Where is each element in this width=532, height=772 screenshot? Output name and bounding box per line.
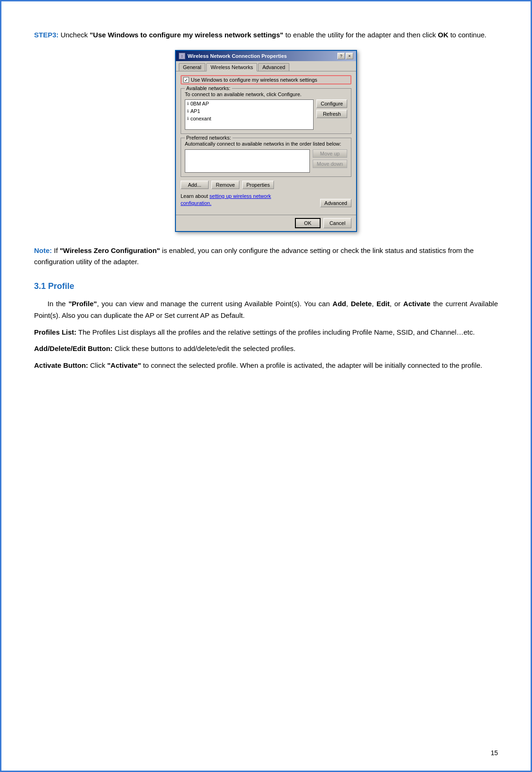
windows-configure-checkbox[interactable]: ✓: [183, 77, 189, 83]
learn-text: Learn about setting up wireless networkc…: [181, 193, 271, 207]
note-bold: "Wireless Zero Configuration": [60, 246, 160, 254]
move-up-button: Move up: [313, 149, 347, 158]
dialog-box: ↕ Wireless Network Connection Properties…: [175, 50, 357, 232]
cancel-button[interactable]: Cancel: [323, 218, 351, 228]
note-label: Note:: [34, 246, 52, 254]
add-bold: Add: [333, 300, 346, 308]
network-icon-2: ℹ: [187, 116, 189, 121]
profiles-list-label: Profiles List:: [34, 328, 77, 336]
network-name-1: AP1: [190, 108, 200, 114]
profiles-list-text: The Profiles List displays all the profi…: [77, 328, 475, 336]
help-button[interactable]: ?: [337, 53, 345, 59]
preferred-networks-group: Preferred networks: Automatically connec…: [181, 138, 351, 177]
advanced-button[interactable]: Advanced: [320, 199, 351, 207]
note-text1: If: [52, 246, 60, 254]
add-delete-edit-text: Click these buttons to add/delete/edit t…: [112, 344, 295, 352]
move-down-button: Move down: [313, 160, 347, 168]
activate-label: Activate Button:: [34, 361, 88, 369]
add-delete-edit-label: Add/Delete/Edit Button:: [34, 344, 112, 352]
step3-ok: OK: [438, 31, 448, 39]
remove-button[interactable]: Remove: [211, 181, 239, 189]
network-list-area: ℹ 0BM AP ℹ AP1 ℹ conexant: [185, 99, 347, 130]
available-networks-group: Available networks: To connect to an ava…: [181, 88, 351, 134]
section-31-add-delete-edit: Add/Delete/Edit Button: Click these butt…: [34, 343, 498, 355]
step3-text-before: Uncheck: [59, 31, 90, 39]
network-name-2: conexant: [190, 116, 211, 121]
titlebar-left: ↕ Wireless Network Connection Properties: [179, 53, 287, 59]
step3-end: to continue.: [448, 31, 487, 39]
activate-quote: "Activate": [107, 361, 141, 369]
network-item-0bmap[interactable]: ℹ 0BM AP: [185, 100, 313, 107]
step3-paragraph: STEP3: Uncheck "Use Windows to configure…: [34, 29, 498, 41]
tab-advanced[interactable]: Advanced: [258, 63, 289, 71]
dialog-titlebar: ↕ Wireless Network Connection Properties…: [176, 51, 356, 61]
add-button[interactable]: Add...: [181, 181, 209, 189]
activate-text1: Click: [88, 361, 107, 369]
step3-text-after: to enable the utility for the adapter an…: [283, 31, 438, 39]
network-icon-1: ℹ: [187, 109, 189, 113]
page-number: 15: [490, 749, 498, 757]
configure-button[interactable]: Configure: [316, 99, 347, 108]
dialog-body: ✓ Use Windows to configure my wireless n…: [176, 71, 356, 215]
network-name-0: 0BM AP: [190, 101, 209, 106]
learn-row: Learn about setting up wireless networkc…: [181, 193, 351, 207]
learn-link[interactable]: setting up wireless networkconfiguration…: [181, 193, 271, 206]
section-31-para1: In the "Profile", you can view and manag…: [34, 298, 498, 322]
section-31-heading: 3.1 Profile: [34, 281, 498, 291]
section-31-profiles-list: Profiles List: The Profiles List display…: [34, 326, 498, 338]
dialog-footer: OK Cancel: [176, 215, 356, 231]
dialog-title: Wireless Network Connection Properties: [188, 53, 287, 59]
section-31-activate: Activate Button: Click "Activate" to con…: [34, 359, 498, 372]
bottom-buttons-row: Add... Remove Properties: [181, 181, 351, 189]
network-item-ap1[interactable]: ℹ AP1: [185, 107, 313, 115]
profile-bold: "Profile": [69, 300, 97, 308]
ok-button[interactable]: OK: [295, 218, 321, 228]
available-buttons: Configure Refresh: [316, 99, 347, 118]
activate-bold: Activate: [403, 300, 430, 308]
dialog-title-icon: ↕: [179, 53, 185, 59]
network-icon-0: ℹ: [187, 101, 189, 106]
step3-label: STEP3:: [34, 31, 59, 39]
edit-bold: Edit: [377, 300, 390, 308]
preferred-buttons: Move up Move down: [313, 149, 347, 173]
delete-bold: Delete: [351, 300, 372, 308]
preferred-networks-label: Preferred networks:: [185, 135, 232, 140]
preferred-listbox[interactable]: [185, 149, 310, 173]
properties-button[interactable]: Properties: [242, 181, 274, 189]
checkbox-row: ✓ Use Windows to configure my wireless n…: [181, 75, 351, 84]
tab-general[interactable]: General: [179, 63, 205, 71]
close-button[interactable]: ×: [346, 53, 353, 59]
dialog-tabs: General Wireless Networks Advanced: [176, 61, 356, 71]
titlebar-buttons: ? ×: [337, 53, 353, 59]
note-paragraph: Note: If "Wireless Zero Configuration" i…: [34, 245, 498, 267]
tab-wireless-networks[interactable]: Wireless Networks: [206, 63, 257, 71]
available-networks-note: To connect to an available network, clic…: [185, 91, 347, 97]
preferred-layout: Move up Move down: [185, 149, 347, 173]
preferred-networks-note: Automatically connect to available netwo…: [185, 141, 347, 147]
activate-text2: to connect the selected profile. When a …: [141, 361, 482, 369]
network-listbox[interactable]: ℹ 0BM AP ℹ AP1 ℹ conexant: [185, 99, 314, 130]
checkbox-label: Use Windows to configure my wireless net…: [191, 77, 317, 83]
available-networks-label: Available networks:: [185, 85, 232, 91]
dialog-wrapper: ↕ Wireless Network Connection Properties…: [34, 50, 498, 232]
step3-bold-text: "Use Windows to configure my wireless ne…: [90, 31, 283, 39]
network-item-conexant[interactable]: ℹ conexant: [185, 115, 313, 122]
refresh-button[interactable]: Refresh: [316, 110, 347, 118]
